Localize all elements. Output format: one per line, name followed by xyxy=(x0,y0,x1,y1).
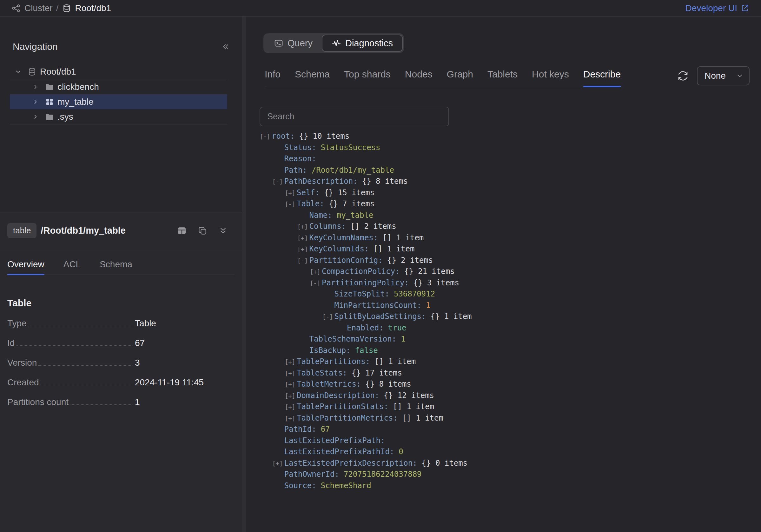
field-label: Created xyxy=(7,378,39,387)
breadcrumb-database[interactable]: Root/db1 xyxy=(62,3,111,13)
tree-line-PartitioningPolicy: [-]PartitioningPolicy:{} 3 items xyxy=(260,277,750,289)
expand-toggle-icon[interactable]: [+] xyxy=(285,403,295,411)
tree-line-Columns: [+]Columns:[] 2 items xyxy=(260,221,750,232)
tree-meta: {} 17 items xyxy=(352,369,402,378)
collapse-toggle-icon[interactable]: [-] xyxy=(285,200,295,208)
collapse-toggle-icon[interactable]: [-] xyxy=(272,178,283,185)
tree-value: 1 xyxy=(426,301,430,310)
chevron-down-icon[interactable] xyxy=(14,68,22,76)
tree-value: false xyxy=(355,346,378,355)
expand-toggle-icon[interactable]: [+] xyxy=(285,415,295,422)
tab-schema[interactable]: Schema xyxy=(100,249,132,274)
expand-toggle-icon[interactable]: [+] xyxy=(272,460,283,467)
tree-line-TableStats: [+]TableStats:{} 17 items xyxy=(260,368,750,379)
folder-icon xyxy=(45,82,54,92)
tree-line-Source: Source:SchemeShard xyxy=(260,480,750,492)
double-chevron-left-icon[interactable] xyxy=(221,42,230,51)
chevron-right-icon[interactable] xyxy=(32,83,39,91)
top-bar: Cluster / Root/db1 Developer UI xyxy=(0,0,761,17)
collapse-toggle-icon[interactable]: [-] xyxy=(260,133,270,140)
collapse-toggle-icon[interactable]: [-] xyxy=(297,257,308,265)
switcher-query[interactable]: Query xyxy=(265,34,322,52)
tree-value: my_table xyxy=(337,211,374,220)
switcher-label: Query xyxy=(287,38,313,49)
autorefresh-select[interactable]: None xyxy=(697,66,750,86)
tree-line-Self: [+]Self:{} 15 items xyxy=(260,187,750,199)
tree-meta: {} 3 items xyxy=(414,278,459,287)
tab-overview[interactable]: Overview xyxy=(7,249,44,274)
double-chevron-down-icon[interactable] xyxy=(218,226,228,236)
collapse-toggle-icon[interactable]: [-] xyxy=(310,279,320,287)
tree-line-TablePartitionStats: [+]TablePartitionStats:[] 1 item xyxy=(260,401,750,413)
tree-meta: {} 1 item xyxy=(430,312,472,321)
tree-meta: {} 10 items xyxy=(299,132,349,141)
expand-toggle-icon[interactable]: [+] xyxy=(297,245,308,253)
tree-line-SplitByLoadSettings: [-]SplitByLoadSettings:{} 1 item xyxy=(260,311,750,323)
search-input[interactable] xyxy=(260,112,448,122)
expand-toggle-icon[interactable]: [+] xyxy=(285,358,295,366)
tree-key: MinPartitionsCount: xyxy=(334,301,422,310)
developer-ui-link[interactable]: Developer UI xyxy=(685,3,750,13)
tab-acl[interactable]: ACL xyxy=(63,249,81,274)
tree-key: TablePartitions: xyxy=(297,357,370,366)
tree-meta: {} 7 items xyxy=(329,199,375,208)
info-field: Partitions count1 xyxy=(7,392,235,412)
nav-item-my_table[interactable]: my_table xyxy=(10,94,227,109)
tree-line-DomainDescription: [+]DomainDescription:{} 12 items xyxy=(260,390,750,401)
terminal-icon xyxy=(274,38,283,48)
panel-resizer[interactable] xyxy=(242,17,246,532)
chevron-right-icon[interactable] xyxy=(32,98,39,106)
tree-key: PartitioningPolicy: xyxy=(322,278,409,287)
tree-line-PathId: PathId:67 xyxy=(260,424,750,435)
nav-tree: Root/db1clickbenchmy_table.sys xyxy=(10,64,227,124)
leader-dots xyxy=(28,326,132,326)
chevron-right-icon[interactable] xyxy=(32,113,39,121)
expand-toggle-icon[interactable]: [+] xyxy=(297,223,308,230)
tree-line-Reason: Reason: xyxy=(260,153,750,165)
expand-toggle-icon[interactable]: [+] xyxy=(310,268,320,275)
tab-tablets[interactable]: Tablets xyxy=(488,64,518,87)
database-icon xyxy=(62,4,71,13)
table-preview-icon[interactable] xyxy=(177,226,187,236)
tab-describe[interactable]: Describe xyxy=(583,64,621,87)
tree-key: Name: xyxy=(310,211,332,220)
object-actions xyxy=(177,226,228,236)
tab-graph[interactable]: Graph xyxy=(447,64,473,87)
tab-info[interactable]: Info xyxy=(265,64,280,87)
switcher-diagnostics[interactable]: Diagnostics xyxy=(322,34,403,52)
tab-nodes[interactable]: Nodes xyxy=(405,64,433,87)
nav-item-Root/db1[interactable]: Root/db1 xyxy=(10,64,227,79)
tree-key: TablePartitionMetrics: xyxy=(297,414,398,423)
tab-hot-keys[interactable]: Hot keys xyxy=(532,64,569,87)
nav-item-.sys[interactable]: .sys xyxy=(10,109,227,124)
expand-toggle-icon[interactable]: [+] xyxy=(297,234,308,242)
object-summary-panel: table /Root/db1/my_table OverviewACLSche… xyxy=(0,212,242,532)
expand-toggle-icon[interactable]: [+] xyxy=(285,392,295,400)
external-link-icon xyxy=(740,4,750,13)
expand-toggle-icon[interactable]: [+] xyxy=(285,189,295,197)
tree-key: LastExistedPrefixPath: xyxy=(284,436,385,445)
tree-key: SplitByLoadSettings: xyxy=(334,312,426,321)
tab-schema[interactable]: Schema xyxy=(295,64,330,87)
breadcrumb-cluster[interactable]: Cluster xyxy=(11,3,53,13)
tree-key: TableStats: xyxy=(297,369,347,378)
expand-toggle-icon[interactable]: [+] xyxy=(285,370,295,377)
tab-top-shards[interactable]: Top shards xyxy=(344,64,391,87)
left-sidebar: Navigation Root/db1clickbenchmy_table.sy… xyxy=(0,17,242,532)
navigation-panel: Navigation Root/db1clickbenchmy_table.sy… xyxy=(0,17,242,212)
tree-value: StatusSuccess xyxy=(321,143,380,152)
copy-icon[interactable] xyxy=(198,226,207,236)
leader-dots xyxy=(70,404,132,405)
nav-item-clickbench[interactable]: clickbench xyxy=(10,79,227,94)
field-label: Id xyxy=(7,338,15,348)
object-path: /Root/db1/my_table xyxy=(41,225,126,236)
tree-key: KeyColumnIds: xyxy=(310,244,369,253)
tree-meta: {} 0 items xyxy=(422,459,468,468)
developer-ui-label: Developer UI xyxy=(685,3,737,13)
tree-key: LastExistedPrefixDescription: xyxy=(284,459,417,468)
expand-toggle-icon[interactable]: [+] xyxy=(285,381,295,388)
refresh-button[interactable] xyxy=(676,69,690,83)
breadcrumb: Cluster / Root/db1 xyxy=(11,3,111,13)
tree-key: DomainDescription: xyxy=(297,391,379,400)
collapse-toggle-icon[interactable]: [-] xyxy=(322,313,333,321)
